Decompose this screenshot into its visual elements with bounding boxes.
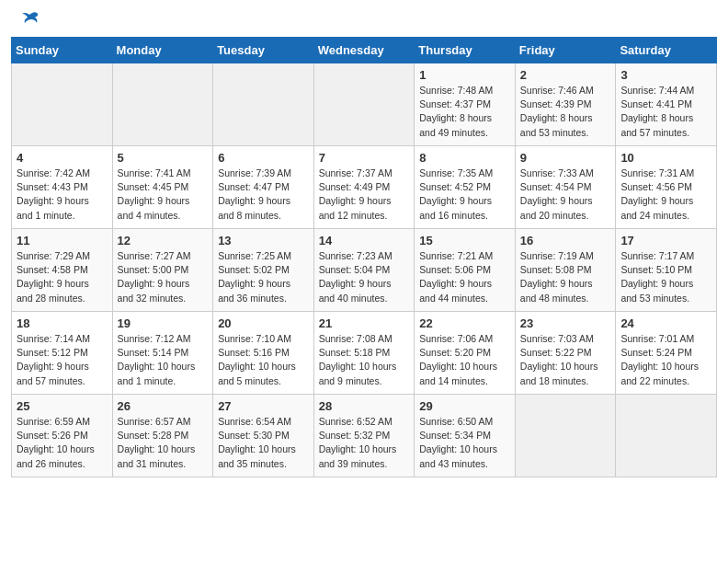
day-info: Sunrise: 7:21 AM Sunset: 5:06 PM Dayligh… xyxy=(419,249,510,305)
bird-icon xyxy=(20,11,40,29)
day-number: 27 xyxy=(218,399,309,413)
day-header-tuesday: Tuesday xyxy=(213,38,314,63)
calendar-cell: 7Sunrise: 7:37 AM Sunset: 4:49 PM Daylig… xyxy=(313,146,415,229)
day-number: 14 xyxy=(319,234,410,247)
day-number: 28 xyxy=(319,399,410,413)
day-number: 12 xyxy=(118,234,209,247)
day-info: Sunrise: 7:31 AM Sunset: 4:56 PM Dayligh… xyxy=(620,167,711,223)
day-info: Sunrise: 7:39 AM Sunset: 4:47 PM Dayligh… xyxy=(218,167,309,223)
day-info: Sunrise: 7:37 AM Sunset: 4:49 PM Dayligh… xyxy=(319,167,410,223)
days-header-row: SundayMondayTuesdayWednesdayThursdayFrid… xyxy=(12,38,717,63)
day-number: 9 xyxy=(520,151,611,165)
day-number: 5 xyxy=(118,151,209,165)
logo xyxy=(18,15,40,29)
week-row-5: 25Sunrise: 6:59 AM Sunset: 5:26 PM Dayli… xyxy=(12,395,717,477)
day-number: 21 xyxy=(319,316,410,330)
day-info: Sunrise: 7:48 AM Sunset: 4:37 PM Dayligh… xyxy=(419,84,510,140)
day-header-monday: Monday xyxy=(112,38,213,63)
week-row-3: 11Sunrise: 7:29 AM Sunset: 4:58 PM Dayli… xyxy=(12,229,717,312)
calendar-table: SundayMondayTuesdayWednesdayThursdayFrid… xyxy=(11,37,717,477)
day-number: 7 xyxy=(319,151,410,165)
day-header-saturday: Saturday xyxy=(616,38,717,63)
calendar-cell xyxy=(213,63,314,146)
day-number: 10 xyxy=(620,151,711,165)
day-info: Sunrise: 7:27 AM Sunset: 5:00 PM Dayligh… xyxy=(118,249,209,305)
calendar-cell: 8Sunrise: 7:35 AM Sunset: 4:52 PM Daylig… xyxy=(415,146,516,229)
calendar-cell: 9Sunrise: 7:33 AM Sunset: 4:54 PM Daylig… xyxy=(515,146,616,229)
day-info: Sunrise: 7:03 AM Sunset: 5:22 PM Dayligh… xyxy=(520,332,611,388)
page-header xyxy=(0,0,728,37)
day-info: Sunrise: 7:41 AM Sunset: 4:45 PM Dayligh… xyxy=(118,167,209,223)
day-info: Sunrise: 7:12 AM Sunset: 5:14 PM Dayligh… xyxy=(118,332,209,388)
day-number: 26 xyxy=(118,399,209,413)
calendar-header: SundayMondayTuesdayWednesdayThursdayFrid… xyxy=(12,38,717,63)
calendar-cell: 14Sunrise: 7:23 AM Sunset: 5:04 PM Dayli… xyxy=(313,229,415,312)
calendar-cell: 28Sunrise: 6:52 AM Sunset: 5:32 PM Dayli… xyxy=(313,395,415,477)
day-header-sunday: Sunday xyxy=(12,38,113,63)
day-header-wednesday: Wednesday xyxy=(313,38,415,63)
day-info: Sunrise: 7:33 AM Sunset: 4:54 PM Dayligh… xyxy=(520,167,611,223)
calendar-wrapper: SundayMondayTuesdayWednesdayThursdayFrid… xyxy=(0,37,728,488)
calendar-cell: 3Sunrise: 7:44 AM Sunset: 4:41 PM Daylig… xyxy=(616,63,717,146)
day-info: Sunrise: 7:19 AM Sunset: 5:08 PM Dayligh… xyxy=(520,249,611,305)
calendar-cell: 24Sunrise: 7:01 AM Sunset: 5:24 PM Dayli… xyxy=(616,312,717,395)
week-row-1: 1Sunrise: 7:48 AM Sunset: 4:37 PM Daylig… xyxy=(12,63,717,146)
day-number: 16 xyxy=(520,234,611,247)
day-number: 22 xyxy=(419,316,510,330)
calendar-cell: 6Sunrise: 7:39 AM Sunset: 4:47 PM Daylig… xyxy=(213,146,314,229)
day-header-friday: Friday xyxy=(515,38,616,63)
day-number: 13 xyxy=(218,234,309,247)
day-info: Sunrise: 7:08 AM Sunset: 5:18 PM Dayligh… xyxy=(319,332,410,388)
day-number: 8 xyxy=(419,151,510,165)
day-number: 20 xyxy=(218,316,309,330)
calendar-cell xyxy=(313,63,415,146)
week-row-2: 4Sunrise: 7:42 AM Sunset: 4:43 PM Daylig… xyxy=(12,146,717,229)
day-number: 2 xyxy=(520,68,611,82)
day-number: 3 xyxy=(620,68,711,82)
calendar-cell: 21Sunrise: 7:08 AM Sunset: 5:18 PM Dayli… xyxy=(313,312,415,395)
day-number: 25 xyxy=(17,399,108,413)
day-info: Sunrise: 6:50 AM Sunset: 5:34 PM Dayligh… xyxy=(419,415,510,471)
calendar-cell: 4Sunrise: 7:42 AM Sunset: 4:43 PM Daylig… xyxy=(12,146,113,229)
calendar-cell: 25Sunrise: 6:59 AM Sunset: 5:26 PM Dayli… xyxy=(12,395,113,477)
calendar-cell: 12Sunrise: 7:27 AM Sunset: 5:00 PM Dayli… xyxy=(112,229,213,312)
day-info: Sunrise: 7:14 AM Sunset: 5:12 PM Dayligh… xyxy=(17,332,108,388)
day-info: Sunrise: 6:59 AM Sunset: 5:26 PM Dayligh… xyxy=(17,415,108,471)
day-info: Sunrise: 7:42 AM Sunset: 4:43 PM Dayligh… xyxy=(17,167,108,223)
day-info: Sunrise: 7:01 AM Sunset: 5:24 PM Dayligh… xyxy=(620,332,711,388)
day-info: Sunrise: 6:57 AM Sunset: 5:28 PM Dayligh… xyxy=(118,415,209,471)
calendar-cell: 1Sunrise: 7:48 AM Sunset: 4:37 PM Daylig… xyxy=(415,63,516,146)
day-number: 15 xyxy=(419,234,510,247)
calendar-cell: 27Sunrise: 6:54 AM Sunset: 5:30 PM Dayli… xyxy=(213,395,314,477)
calendar-cell: 10Sunrise: 7:31 AM Sunset: 4:56 PM Dayli… xyxy=(616,146,717,229)
calendar-cell: 11Sunrise: 7:29 AM Sunset: 4:58 PM Dayli… xyxy=(12,229,113,312)
day-info: Sunrise: 7:35 AM Sunset: 4:52 PM Dayligh… xyxy=(419,167,510,223)
day-number: 4 xyxy=(17,151,108,165)
day-number: 11 xyxy=(17,234,108,247)
calendar-cell: 5Sunrise: 7:41 AM Sunset: 4:45 PM Daylig… xyxy=(112,146,213,229)
day-number: 1 xyxy=(419,68,510,82)
calendar-cell: 29Sunrise: 6:50 AM Sunset: 5:34 PM Dayli… xyxy=(415,395,516,477)
calendar-body: 1Sunrise: 7:48 AM Sunset: 4:37 PM Daylig… xyxy=(12,63,717,477)
day-header-thursday: Thursday xyxy=(415,38,516,63)
day-info: Sunrise: 7:17 AM Sunset: 5:10 PM Dayligh… xyxy=(620,249,711,305)
day-number: 18 xyxy=(17,316,108,330)
calendar-cell xyxy=(616,395,717,477)
calendar-cell: 15Sunrise: 7:21 AM Sunset: 5:06 PM Dayli… xyxy=(415,229,516,312)
calendar-cell xyxy=(12,63,113,146)
day-info: Sunrise: 6:54 AM Sunset: 5:30 PM Dayligh… xyxy=(218,415,309,471)
week-row-4: 18Sunrise: 7:14 AM Sunset: 5:12 PM Dayli… xyxy=(12,312,717,395)
calendar-cell xyxy=(515,395,616,477)
day-info: Sunrise: 7:06 AM Sunset: 5:20 PM Dayligh… xyxy=(419,332,510,388)
day-number: 23 xyxy=(520,316,611,330)
calendar-cell: 23Sunrise: 7:03 AM Sunset: 5:22 PM Dayli… xyxy=(515,312,616,395)
calendar-cell: 18Sunrise: 7:14 AM Sunset: 5:12 PM Dayli… xyxy=(12,312,113,395)
day-info: Sunrise: 7:25 AM Sunset: 5:02 PM Dayligh… xyxy=(218,249,309,305)
day-info: Sunrise: 6:52 AM Sunset: 5:32 PM Dayligh… xyxy=(319,415,410,471)
calendar-cell: 22Sunrise: 7:06 AM Sunset: 5:20 PM Dayli… xyxy=(415,312,516,395)
calendar-cell: 17Sunrise: 7:17 AM Sunset: 5:10 PM Dayli… xyxy=(616,229,717,312)
day-info: Sunrise: 7:10 AM Sunset: 5:16 PM Dayligh… xyxy=(218,332,309,388)
day-number: 29 xyxy=(419,399,510,413)
calendar-cell: 19Sunrise: 7:12 AM Sunset: 5:14 PM Dayli… xyxy=(112,312,213,395)
day-number: 17 xyxy=(620,234,711,247)
